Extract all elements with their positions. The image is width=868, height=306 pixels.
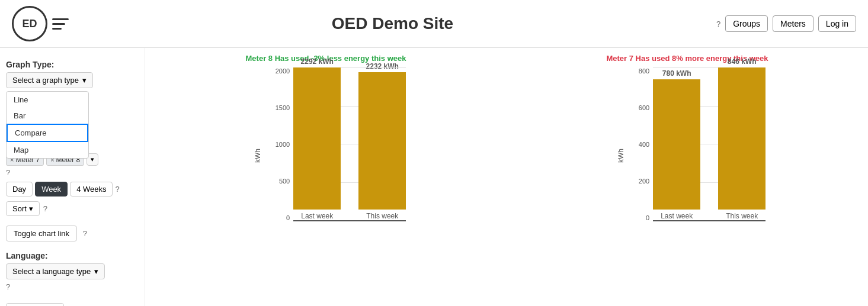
four-weeks-button[interactable]: 4 Weeks	[70, 182, 113, 197]
graph-option-map[interactable]: Map	[7, 142, 88, 158]
language-label: Language:	[6, 251, 139, 260]
chart1-bar1-label-bottom: Last week	[301, 212, 333, 220]
hide-options-row: Hide options ?	[6, 303, 139, 306]
graph-type-menu: Line Bar Compare Map	[6, 91, 89, 159]
sort-row: Sort ▾ ?	[6, 201, 139, 216]
chart1-wrapper: kWh 2000 1500 1000 500 0	[246, 67, 406, 221]
chart1-bar-lastweek: 2292 kWh Last week	[293, 57, 341, 220]
language-caret-icon: ▾	[94, 267, 98, 276]
chart2-ytick-600: 600	[639, 104, 649, 111]
time-help-icon[interactable]: ?	[115, 185, 119, 194]
sort-help-icon[interactable]: ?	[43, 204, 47, 213]
chart2-bar2-label-bottom: This week	[726, 212, 758, 220]
chart2-ytick-0: 0	[646, 214, 649, 221]
meter-help-icon[interactable]: ?	[6, 168, 10, 177]
chart2-bar-lastweek: 780 kWh Last week	[653, 69, 700, 220]
chart1-bar-thisweek: 2232 kWh This week	[358, 62, 406, 220]
sort-caret-icon: ▾	[29, 204, 33, 213]
chart2-ytick-400: 400	[639, 141, 649, 148]
chart1-bar2-label-bottom: This week	[366, 212, 398, 220]
graph-type-dropdown[interactable]: Select a graph type ▾	[6, 72, 93, 88]
page-title: OED Demo Site	[69, 14, 716, 33]
chart1-bar1-label-top: 2292 kWh	[301, 57, 334, 66]
sort-label: Sort	[12, 204, 27, 213]
chart2-bar1-label-bottom: Last week	[661, 212, 693, 220]
graph-type-label: Graph Type:	[6, 60, 139, 69]
language-dropdown-label: Select a language type	[12, 267, 91, 276]
chart2-ytick-800: 800	[639, 67, 649, 75]
chart1-ytick-2000: 2000	[276, 67, 290, 75]
graph-type-caret-icon: ▾	[82, 76, 87, 85]
chart2-y-axis-label: kWh	[617, 149, 625, 163]
chart1-ytick-500: 500	[279, 178, 290, 185]
groups-button[interactable]: Groups	[725, 15, 768, 32]
chart2-wrapper: kWh 800 600 400 200 0	[609, 67, 765, 221]
header-help-icon[interactable]: ?	[716, 20, 720, 28]
chart1-bar2-label-top: 2232 kWh	[366, 62, 399, 70]
sidebar: Graph Type: Select a graph type ▾ Line B…	[0, 48, 145, 306]
chart2-bar2	[718, 67, 765, 210]
logo-text: ED	[22, 18, 37, 30]
chart1-ytick-0: 0	[286, 214, 290, 221]
login-button[interactable]: Log in	[818, 15, 856, 32]
toggle-link-row: Toggle chart link ?	[6, 226, 139, 241]
charts-area: Meter 8 Has used -3% less energy this we…	[145, 48, 868, 306]
chart1-ytick-1000: 1000	[276, 141, 290, 148]
chart1-y-axis-label: kWh	[254, 149, 262, 163]
logo-circle: ED	[12, 6, 47, 41]
week-button[interactable]: Week	[35, 182, 68, 197]
chart2-ytick-200: 200	[639, 178, 649, 185]
time-buttons-row: Day Week 4 Weeks ?	[6, 182, 139, 197]
graph-option-compare[interactable]: Compare	[7, 124, 88, 142]
sort-button[interactable]: Sort ▾	[6, 201, 40, 216]
graph-type-dropdown-label: Select a graph type	[12, 76, 79, 85]
graph-option-line[interactable]: Line	[7, 92, 88, 108]
chart-meter8: Meter 8 Has used -3% less energy this we…	[157, 54, 495, 301]
main-layout: Graph Type: Select a graph type ▾ Line B…	[0, 48, 868, 306]
chart2-bar1	[653, 79, 700, 210]
chart1-bar2	[358, 72, 406, 210]
toggle-help-icon[interactable]: ?	[83, 229, 87, 238]
logo: ED	[12, 6, 69, 41]
day-button[interactable]: Day	[6, 182, 33, 197]
chart1-bar1	[293, 67, 341, 210]
header: ED OED Demo Site ? Groups Meters Log in	[0, 0, 868, 48]
hide-options-button[interactable]: Hide options	[6, 303, 64, 306]
toggle-chart-link-button[interactable]: Toggle chart link	[6, 226, 77, 241]
graph-option-bar[interactable]: Bar	[7, 108, 88, 124]
meters-button[interactable]: Meters	[773, 15, 813, 32]
logo-beam	[50, 18, 69, 30]
chart1-ytick-1500: 1500	[276, 104, 290, 111]
language-help-icon[interactable]: ?	[6, 282, 10, 291]
language-dropdown[interactable]: Select a language type ▾	[6, 263, 105, 279]
header-actions: ? Groups Meters Log in	[716, 15, 856, 32]
chart-meter7: Meter 7 Has used 8% more energy this wee…	[518, 54, 856, 301]
chart2-bar2-label-top: 846 kWh	[728, 57, 757, 66]
chart2-bar-thisweek: 846 kWh This week	[718, 57, 765, 220]
chart2-bar1-label-top: 780 kWh	[662, 69, 691, 78]
